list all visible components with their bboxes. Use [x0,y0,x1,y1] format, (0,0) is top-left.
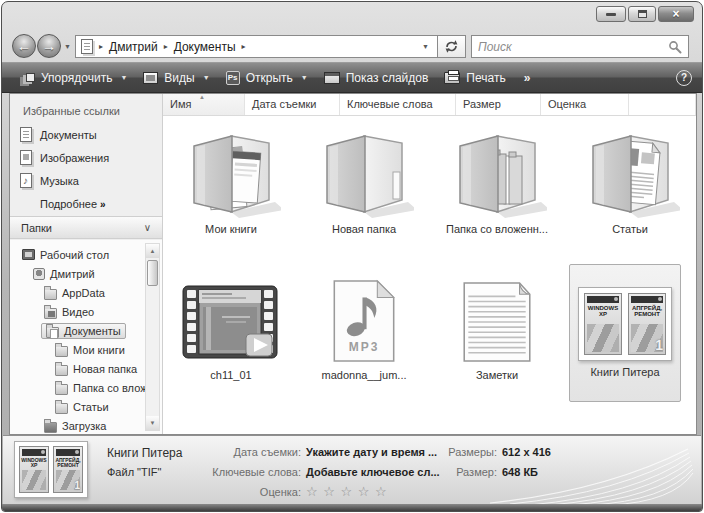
breadcrumb-item-documents[interactable]: Документы [174,40,236,54]
search-box [471,35,689,58]
back-button[interactable]: ← [12,34,36,58]
scroll-up-icon[interactable]: ▲ [146,244,159,258]
minimize-button[interactable] [596,6,626,22]
music-icon: ♪ [20,173,32,188]
tree-item-appdata[interactable]: AppData [10,283,162,302]
file-label: Мои книги [205,223,257,236]
file-label: Заметки [476,369,518,382]
mp3-badge: MP3 [331,340,397,354]
video-folder-icon [44,308,57,319]
publisher-band [587,296,619,303]
tree-item-documents-selected[interactable]: Документы [10,321,162,340]
file-tile-video[interactable]: ch11_01 [166,264,296,402]
tree-item-downloads[interactable]: Загрузка [10,416,162,435]
tree-item-new-folder[interactable]: Новая папка [10,359,162,378]
keywords-label: Ключевые слова: [199,466,301,478]
printer-icon [444,72,460,84]
book-cover-right: АПГРЕЙД, РЕМОНТ 1 [53,446,83,493]
folder-tree: Рабочий стол Дмитрий AppData Видео [10,240,162,434]
pictures-icon [20,150,32,165]
column-header-size[interactable]: Размер [456,94,541,115]
more-link[interactable]: Подробнее» [10,192,162,210]
tree-item-my-books[interactable]: Мои книги [10,340,162,359]
tree-item-video[interactable]: Видео [10,302,162,321]
column-header-rating[interactable]: Оценка [541,94,629,115]
nested-folders-icon [447,128,547,218]
details-pane: WINDOWS XP АПГРЕЙД, РЕМОНТ 1 Книги Питер… [3,435,701,507]
views-button[interactable]: Виды ▼ [135,68,217,88]
organize-icon [26,73,35,82]
book-cover-right: АПГРЕЙД, РЕМОНТ 1 [628,293,666,355]
favorite-label: Изображения [40,152,109,164]
search-input[interactable] [478,40,668,54]
desktop-icon [22,249,35,260]
navigation-pane: Избранные ссылки Документы Изображения ♪… [10,94,163,434]
column-header-keywords[interactable]: Ключевые слова [340,94,456,115]
command-toolbar: Упорядочить ▼ Виды ▼ Ps Открыть ▼ Показ … [2,62,702,93]
tree-label: Папка со вложе [73,382,154,394]
book-cover-left: WINDOWS XP [19,446,49,493]
keywords-value[interactable]: Добавьте ключевое сл... [306,466,440,478]
selected-file-type: Файл "TIF" [107,466,161,478]
file-label: Книги Питера [590,366,659,379]
file-tile-my-books[interactable]: Мои книги [166,118,296,256]
file-label: Папка со вложенн... [446,223,548,236]
views-label: Виды [164,71,194,85]
tree-item-desktop[interactable]: Рабочий стол [10,245,162,264]
scroll-down-icon[interactable]: ▼ [146,416,159,430]
tree-scrollbar[interactable]: ▲ ▼ [145,243,160,431]
close-button[interactable]: × [658,6,694,22]
more-arrows-icon: » [100,199,106,210]
print-button[interactable]: Печать [436,68,513,88]
selected-file-name: Книги Питера [107,446,182,460]
file-tile-articles[interactable]: Статьи [565,118,695,256]
tree-item-nested-folder[interactable]: Папка со вложе [10,378,162,397]
favorites-title: Избранные ссылки [10,94,162,123]
maximize-icon [638,10,647,18]
column-header-name[interactable]: ▲ Имя [163,94,245,115]
slideshow-button[interactable]: Показ слайдов [316,68,437,88]
folders-band[interactable]: Папки ∨ [10,216,162,239]
file-tile-mp3[interactable]: MP3 madonna__jum... [299,264,429,402]
file-label: Статьи [612,223,648,236]
refresh-button[interactable] [437,35,466,58]
sidebar-item-pictures[interactable]: Изображения [10,146,162,169]
date-taken-value[interactable]: Укажите дату и время ... [306,446,437,458]
scrollbar-thumb[interactable] [147,260,158,286]
sidebar-item-documents[interactable]: Документы [10,123,162,146]
history-dropdown-icon[interactable]: ▼ [64,43,71,50]
views-icon [143,72,158,84]
breadcrumb-separator-icon: ▸ [164,42,168,51]
maximize-button[interactable] [628,6,656,22]
title-bar[interactable]: × [2,2,702,30]
breadcrumb-separator-icon: ▸ [99,42,103,51]
music-note-icon: ♪ [23,175,28,186]
breadcrumb-item-user[interactable]: Дмитрий [109,40,158,54]
column-header-date-taken[interactable]: Дата съемки [245,94,340,115]
forward-icon: → [42,38,56,54]
tree-item-user[interactable]: Дмитрий [10,264,162,283]
tree-item-articles[interactable]: Статьи [10,397,162,416]
rating-stars[interactable]: ☆ ☆ ☆ ☆ ☆ [306,486,388,498]
tree-label: AppData [62,287,105,299]
favorite-label: Документы [40,129,97,141]
file-tile-new-folder[interactable]: Новая папка [299,118,429,256]
help-button[interactable]: ? [676,70,692,86]
video-file-icon [182,282,280,364]
tree-label: Документы [64,325,121,337]
sidebar-item-music[interactable]: ♪ Музыка [10,169,162,192]
refresh-icon [444,39,459,54]
preview-thumbnail: WINDOWS XP АПГРЕЙД, РЕМОНТ 1 [14,441,88,498]
tree-selection: Документы [41,323,126,339]
breadcrumb[interactable]: ▸ Дмитрий ▸ Документы ▸ ▼ [75,35,438,58]
file-tile-notes[interactable]: Заметки [432,264,562,402]
toolbar-overflow-button[interactable]: » [524,71,531,85]
documents-folder-icon [46,327,59,338]
forward-button[interactable]: → [37,34,61,58]
open-button[interactable]: Ps Открыть ▼ [218,68,316,88]
organize-button[interactable]: Упорядочить ▼ [12,68,135,88]
address-dropdown-icon[interactable]: ▼ [419,43,432,50]
file-tile-books-selected[interactable]: WINDOWS XP АПГРЕЙД, РЕМОНТ 1 Книги Питер… [569,264,681,402]
date-taken-label: Дата съемки: [199,446,301,458]
file-tile-nested-folder[interactable]: Папка со вложенн... [432,118,562,256]
